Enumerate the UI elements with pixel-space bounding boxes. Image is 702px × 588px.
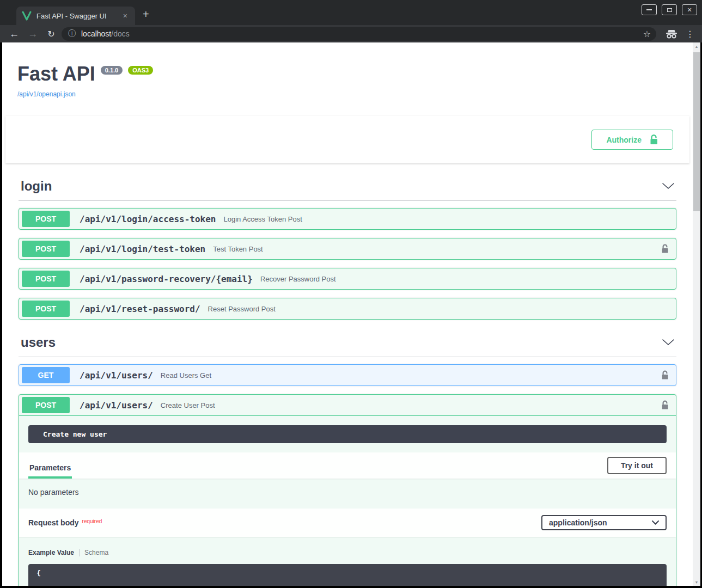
reload-button[interactable]: ↻ xyxy=(44,25,59,42)
method-badge: POST xyxy=(22,397,70,413)
forward-button[interactable]: → xyxy=(25,25,40,42)
endpoint-path: /api/v1/users/ xyxy=(80,400,153,411)
method-badge: GET xyxy=(22,367,70,383)
media-type-select[interactable]: application/json xyxy=(541,515,667,530)
page-viewport: Fast API 0.1.0 OAS3 /api/v1/openapi.json… xyxy=(2,42,693,586)
page-title: Fast API xyxy=(17,63,95,85)
section-login: login POST /api/v1/login/access-token Lo… xyxy=(2,179,693,320)
new-tab-button[interactable]: + xyxy=(143,9,149,20)
endpoint-row-read-users[interactable]: GET /api/v1/users/ Read Users Get xyxy=(19,364,676,386)
tab-divider xyxy=(79,549,80,556)
chevron-down-icon[interactable] xyxy=(662,183,674,189)
tab-schema[interactable]: Schema xyxy=(84,549,108,556)
endpoint-path: /api/v1/login/access-token xyxy=(80,214,216,224)
auth-lock-button[interactable] xyxy=(661,400,669,410)
request-body-label: Request bodyrequired xyxy=(28,518,102,527)
tab-title: Fast API - Swagger UI xyxy=(36,12,121,20)
section-title: login xyxy=(21,179,52,194)
endpoint-row-test-token[interactable]: POST /api/v1/login/test-token Test Token… xyxy=(19,238,676,260)
endpoint-block-create-user: POST /api/v1/users/ Create User Post Cre… xyxy=(19,394,676,586)
try-it-out-button[interactable]: Try it out xyxy=(607,457,667,474)
scroll-up-arrow[interactable]: ▲ xyxy=(693,42,700,50)
endpoint-path: /api/v1/password-recovery/{email} xyxy=(80,274,253,284)
parameters-header: Parameters Try it out xyxy=(19,452,676,479)
bookmark-star-icon[interactable]: ☆ xyxy=(643,29,651,39)
incognito-icon xyxy=(665,29,678,39)
close-button[interactable]: ✕ xyxy=(682,4,697,15)
section-login-header[interactable]: login xyxy=(19,179,676,201)
maximize-icon xyxy=(667,8,672,12)
minimize-button[interactable] xyxy=(642,4,657,15)
browser-toolbar: ← → ↻ ⓘ localhost /docs ☆ ⋮ xyxy=(0,25,702,42)
example-code-block[interactable]: { xyxy=(28,564,667,586)
tab-parameters[interactable]: Parameters xyxy=(28,456,72,479)
endpoint-description: Test Token Post xyxy=(213,245,263,253)
method-badge: POST xyxy=(22,301,70,317)
version-badge: 0.1.0 xyxy=(101,66,123,75)
no-parameters-text: No parameters xyxy=(19,479,676,506)
page-scrollbar[interactable]: ▲ ▼ xyxy=(693,42,700,586)
media-type-value: application/json xyxy=(549,518,607,527)
endpoint-row-create-user[interactable]: POST /api/v1/users/ Create User Post xyxy=(19,395,676,416)
close-icon: ✕ xyxy=(687,7,692,14)
browser-menu-icon[interactable]: ⋮ xyxy=(686,25,694,42)
section-users-header[interactable]: users xyxy=(19,335,676,357)
scheme-container: Authorize xyxy=(5,116,689,163)
window-controls: ✕ xyxy=(642,4,697,15)
auth-lock-button[interactable] xyxy=(661,244,669,254)
minimize-icon xyxy=(646,9,652,10)
favicon-icon xyxy=(22,11,32,21)
endpoint-path: /api/v1/users/ xyxy=(80,370,153,381)
endpoint-description: Reset Password Post xyxy=(208,305,276,313)
tab-example-value[interactable]: Example Value xyxy=(28,549,74,556)
unlock-icon xyxy=(661,400,669,410)
endpoint-description: Login Access Token Post xyxy=(223,215,302,223)
method-badge: POST xyxy=(22,241,70,257)
url-host: localhost xyxy=(81,29,111,38)
section-title: users xyxy=(21,335,56,350)
operation-description: Create new user xyxy=(28,425,667,443)
browser-window: Fast API - Swagger UI × + ✕ ← → ↻ ⓘ loca… xyxy=(0,0,702,588)
endpoint-row-reset-password[interactable]: POST /api/v1/reset-password/ Reset Passw… xyxy=(19,298,676,320)
tab-close-icon[interactable]: × xyxy=(121,11,130,20)
back-button[interactable]: ← xyxy=(7,25,22,42)
title-bar: Fast API - Swagger UI × + ✕ xyxy=(0,0,702,25)
api-info: Fast API 0.1.0 OAS3 /api/v1/openapi.json xyxy=(2,42,693,99)
scrollbar-thumb[interactable] xyxy=(693,52,700,211)
address-bar[interactable]: ⓘ localhost /docs ☆ xyxy=(62,27,656,41)
request-body-header: Request bodyrequired application/json xyxy=(19,509,676,537)
chevron-down-icon[interactable] xyxy=(662,339,674,346)
browser-tab[interactable]: Fast API - Swagger UI × xyxy=(16,7,135,25)
url-path: /docs xyxy=(111,29,129,38)
unlock-icon xyxy=(649,134,658,145)
endpoint-description: Read Users Get xyxy=(161,371,211,379)
unlock-icon xyxy=(661,370,669,380)
section-users: users GET /api/v1/users/ Read Users Get xyxy=(2,335,693,586)
openapi-spec-link[interactable]: /api/v1/openapi.json xyxy=(17,90,76,98)
endpoint-row-access-token[interactable]: POST /api/v1/login/access-token Login Ac… xyxy=(19,208,676,230)
endpoint-path: /api/v1/reset-password/ xyxy=(80,304,200,314)
model-example-tabs: Example Value Schema xyxy=(19,537,676,556)
endpoint-path: /api/v1/login/test-token xyxy=(80,244,205,254)
authorize-button[interactable]: Authorize xyxy=(591,130,673,150)
endpoint-row-password-recovery[interactable]: POST /api/v1/password-recovery/{email} R… xyxy=(19,268,676,290)
method-badge: POST xyxy=(22,271,70,287)
request-body-text: Request body xyxy=(28,518,79,527)
chevron-down-icon xyxy=(652,520,659,525)
maximize-button[interactable] xyxy=(662,4,677,15)
unlock-icon xyxy=(661,244,669,254)
endpoint-description: Create User Post xyxy=(161,401,215,409)
method-badge: POST xyxy=(22,211,70,227)
scroll-down-arrow[interactable]: ▼ xyxy=(693,578,700,586)
authorize-label: Authorize xyxy=(606,136,642,144)
site-info-icon[interactable]: ⓘ xyxy=(68,29,76,39)
auth-lock-button[interactable] xyxy=(661,370,669,380)
endpoint-description: Recover Password Post xyxy=(260,275,336,283)
required-label: required xyxy=(82,518,102,524)
oas3-badge: OAS3 xyxy=(128,66,153,75)
